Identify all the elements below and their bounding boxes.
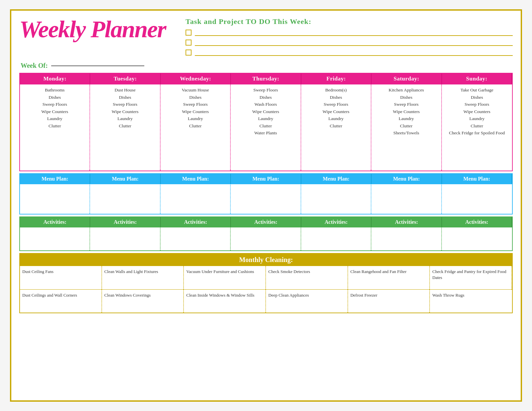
task-checkbox-1[interactable] — [186, 30, 192, 36]
task-checkbox-3[interactable] — [186, 50, 192, 56]
monthly-cell-1-6: Check Fridge and Pantry for Expired Food… — [430, 266, 512, 289]
activities-cell-2[interactable] — [90, 227, 160, 250]
tuesday-task-5: Laundry — [92, 116, 158, 122]
week-of-row: Week Of: — [19, 62, 513, 69]
thursday-task-3: Wash Floors — [233, 101, 298, 107]
day-header-wednesday: Wednesday: — [161, 73, 231, 84]
monthly-cell-1-2: Clean Walls and Light Fixtures — [102, 266, 184, 289]
activities-cell-4[interactable] — [231, 227, 301, 250]
menu-cell-1[interactable] — [20, 184, 90, 214]
activities-header-7: Activities: — [442, 217, 512, 227]
monday-task-1: Bathrooms — [22, 87, 87, 93]
activities-header-6: Activities: — [371, 217, 442, 227]
tuesday-task-4: Wipe Counters — [92, 109, 158, 115]
day-cell-thursday: Sweep Floors Dishes Wash Floors Wipe Cou… — [231, 84, 301, 171]
monday-task-5: Laundry — [22, 116, 87, 122]
sunday-task-4: Wipe Counters — [444, 109, 510, 115]
monthly-cell-2-4: Deep Clean Appliances — [266, 289, 348, 313]
day-header-tuesday: Tuesday: — [90, 73, 160, 84]
saturday-task-3: Sweep Floors — [373, 101, 439, 107]
menu-cell-6[interactable] — [371, 184, 442, 214]
day-header-saturday: Saturday: — [371, 73, 442, 84]
menu-header-2: Menu Plan: — [90, 174, 160, 184]
menu-header-5: Menu Plan: — [301, 174, 371, 184]
thursday-task-1: Sweep Floors — [233, 87, 298, 93]
sunday-task-5: Laundry — [444, 116, 510, 122]
tuesday-task-1: Dust House — [92, 87, 158, 93]
wednesday-task-5: Laundry — [163, 116, 228, 122]
saturday-task-6: Clutter — [373, 123, 439, 129]
friday-task-5: Laundry — [303, 116, 369, 122]
monthly-cell-1-4: Check Smoke Detectors — [266, 266, 348, 289]
monthly-cell-2-5: Defrost Freezer — [348, 289, 430, 313]
day-cell-friday: Bedroom(s) Dishes Sweep Floors Wipe Coun… — [301, 84, 371, 171]
header-row: Weekly Planner Task and Project TO DO Th… — [19, 17, 513, 59]
activities-cell-5[interactable] — [301, 227, 371, 250]
friday-task-2: Dishes — [303, 94, 369, 100]
activities-header-1: Activities: — [20, 217, 90, 227]
sunday-task-3: Sweep Floors — [444, 101, 510, 107]
friday-task-3: Sweep Floors — [303, 101, 369, 107]
monthly-cell-2-6: Wash Throw Rugs — [430, 289, 512, 313]
wednesday-task-1: Vacuum House — [163, 87, 228, 93]
activities-header-2: Activities: — [90, 217, 160, 227]
days-grid: Monday: Tuesday: Wednesday: Thursday: Fr… — [19, 73, 513, 171]
activities-grid: Activities: Activities: Activities: Acti… — [19, 216, 513, 251]
thursday-task-5: Laundry — [233, 116, 298, 122]
saturday-task-5: Laundry — [373, 116, 439, 122]
task-line-2 — [195, 39, 513, 46]
activities-cell-3[interactable] — [161, 227, 231, 250]
task-item-1 — [186, 29, 513, 36]
monthly-cell-1-1: Dust Ceiling Fans — [20, 266, 102, 289]
week-of-label: Week Of: — [21, 62, 48, 69]
monthly-cell-1-5: Clean Rangehood and Fan Filter — [348, 266, 430, 289]
saturday-task-1: Kitchen Appliances — [373, 87, 439, 93]
task-item-2 — [186, 39, 513, 46]
sunday-task-7: Check Fridge for Spoiled Food — [444, 130, 510, 136]
task-checkbox-2[interactable] — [186, 40, 192, 46]
activities-cell-7[interactable] — [442, 227, 512, 250]
friday-task-4: Wipe Counters — [303, 109, 369, 115]
day-cell-wednesday: Vacuum House Dishes Sweep Floors Wipe Co… — [161, 84, 231, 171]
wednesday-task-6: Clutter — [163, 123, 228, 129]
monthly-cell-1-3: Vacuum Under Furniture and Cushions — [184, 266, 266, 289]
activities-header-4: Activities: — [231, 217, 301, 227]
friday-task-6: Clutter — [303, 123, 369, 129]
activities-cell-1[interactable] — [20, 227, 90, 250]
tuesday-task-2: Dishes — [92, 94, 158, 100]
day-cell-tuesday: Dust House Dishes Sweep Floors Wipe Coun… — [90, 84, 160, 171]
saturday-task-7: Sheets/Towels — [373, 130, 439, 136]
tuesday-task-6: Clutter — [92, 123, 158, 129]
menu-cell-5[interactable] — [301, 184, 371, 214]
thursday-task-4: Wipe Counters — [233, 109, 298, 115]
wednesday-task-3: Sweep Floors — [163, 101, 228, 107]
menu-cell-7[interactable] — [442, 184, 512, 214]
sunday-task-6: Clutter — [444, 123, 510, 129]
thursday-task-2: Dishes — [233, 94, 298, 100]
week-of-line — [51, 66, 144, 66]
day-header-sunday: Sunday: — [442, 73, 512, 84]
menu-cell-3[interactable] — [161, 184, 231, 214]
monday-task-6: Clutter — [22, 123, 87, 129]
friday-task-1: Bedroom(s) — [303, 87, 369, 93]
day-cell-saturday: Kitchen Appliances Dishes Sweep Floors W… — [371, 84, 442, 171]
monthly-grid: Dust Ceiling Fans Clean Walls and Light … — [20, 266, 512, 313]
day-header-monday: Monday: — [20, 73, 90, 84]
activities-header-3: Activities: — [161, 217, 231, 227]
menu-grid: Menu Plan: Menu Plan: Menu Plan: Menu Pl… — [19, 173, 513, 214]
monthly-section: Monthly Cleaning: Dust Ceiling Fans Clea… — [19, 253, 513, 313]
monday-task-2: Dishes — [22, 94, 87, 100]
monday-task-3: Sweep Floors — [22, 101, 87, 107]
menu-cell-2[interactable] — [90, 184, 160, 214]
monday-task-4: Wipe Counters — [22, 109, 87, 115]
menu-header-1: Menu Plan: — [20, 174, 90, 184]
menu-header-4: Menu Plan: — [231, 174, 301, 184]
menu-cell-4[interactable] — [231, 184, 301, 214]
day-cell-monday: Bathrooms Dishes Sweep Floors Wipe Count… — [20, 84, 90, 171]
sunday-task-2: Dishes — [444, 94, 510, 100]
tuesday-task-3: Sweep Floors — [92, 101, 158, 107]
activities-cell-6[interactable] — [371, 227, 442, 250]
saturday-task-2: Dishes — [373, 94, 439, 100]
task-item-3 — [186, 49, 513, 56]
monthly-header: Monthly Cleaning: — [20, 254, 512, 266]
